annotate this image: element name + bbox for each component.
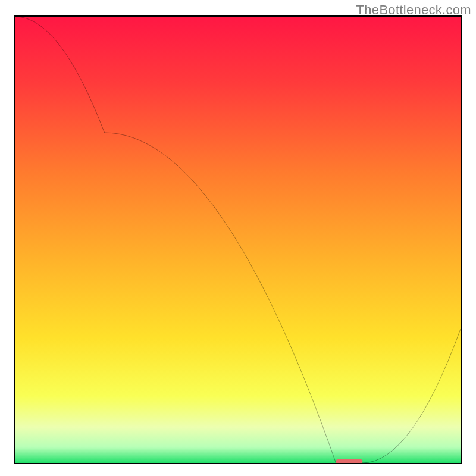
chart-container: TheBottleneck.com — [0, 0, 476, 476]
plot-area — [14, 15, 462, 464]
minimum-marker — [15, 17, 461, 463]
svg-rect-1 — [336, 459, 363, 463]
watermark-label: TheBottleneck.com — [356, 2, 471, 18]
